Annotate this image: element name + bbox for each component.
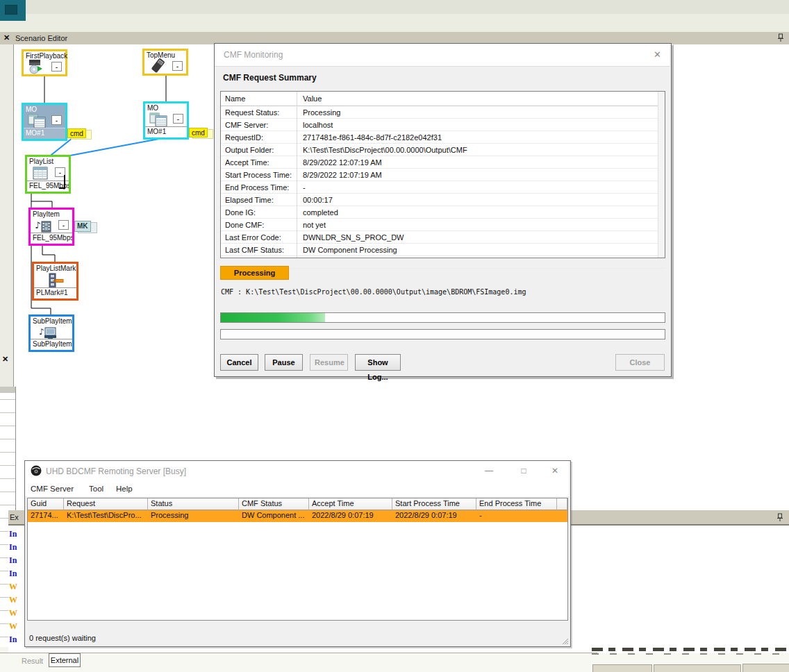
node-firstplayback[interactable]: FirstPlayback -	[22, 49, 67, 76]
table-row: CMF Server:localhost	[221, 119, 665, 131]
node-title: PlayList	[29, 158, 53, 165]
menu-bar: CMF Server Tool Help	[25, 481, 569, 496]
progress-fill	[221, 313, 325, 322]
status-badge: Processing	[220, 266, 289, 280]
column-header[interactable]: Status	[148, 498, 239, 510]
remoting-server-window: UHD BDCMF Remoting Server [Busy] — □ ✕ C…	[24, 460, 571, 647]
cancel-button[interactable]: Cancel	[220, 354, 258, 371]
pin-icon[interactable]	[776, 513, 783, 522]
table-row: Output Folder:K:\Test\Test\DiscProject\0…	[221, 144, 665, 156]
clipped-text-artifact	[592, 648, 789, 651]
table-row: Request Status:Processing	[221, 106, 665, 119]
log-line: In	[9, 555, 17, 566]
column-header[interactable]: Start Process Time	[392, 498, 476, 510]
menu-help[interactable]: Help	[116, 485, 133, 493]
dialog-title: CMF Monitoring	[224, 50, 283, 60]
cell-status: Processing	[148, 510, 239, 522]
cmf-monitoring-dialog: CMF Monitoring ✕ CMF Request Summary Nam…	[214, 43, 672, 377]
node-corner-handle	[64, 175, 65, 189]
column-header[interactable]: Accept Time	[309, 498, 392, 510]
tab-external[interactable]: External	[49, 653, 81, 667]
maximize-button[interactable]: □	[518, 466, 529, 476]
table-row: RequestID:2717481e-f861-484c-8d7f-c2182e…	[221, 131, 665, 144]
table-row: End Process Time:-	[221, 181, 665, 194]
row-name: Output Folder:	[221, 146, 297, 154]
log-line: W	[9, 621, 17, 632]
cmd-tag[interactable]: cmd	[189, 128, 208, 137]
collapse-button[interactable]: -	[58, 220, 69, 230]
node-instance-name: MO#1	[24, 128, 65, 139]
row-name: Last CMF Status:	[221, 246, 297, 254]
collapsed-grid-header	[0, 387, 15, 393]
menu-cmf-server[interactable]: CMF Server	[31, 485, 74, 493]
log-line: In	[9, 635, 17, 645]
node-title: PlayItem	[33, 210, 60, 218]
request-summary-table: Name Value Request Status:Processing CMF…	[220, 91, 665, 258]
top-band-2	[0, 14, 789, 32]
row-name: Elapsed Time:	[221, 196, 297, 204]
pin-icon[interactable]	[777, 33, 784, 42]
collapse-button[interactable]: -	[172, 61, 183, 71]
show-log-button[interactable]: Show Log...	[355, 354, 401, 371]
row-value: completed	[297, 208, 338, 217]
progress-bar-total	[220, 329, 665, 339]
clipped-text-artifact	[592, 653, 789, 655]
resize-grip[interactable]	[562, 638, 569, 645]
close-button[interactable]: ✕	[549, 466, 560, 476]
cmd-tag[interactable]: cmd	[67, 128, 86, 138]
close-icon[interactable]: ✕	[3, 33, 10, 42]
row-value: DWNLDR_SN_S_PROC_DW	[297, 233, 404, 242]
node-topmenu[interactable]: TopMenu -	[142, 49, 188, 76]
close-button[interactable]: Close	[615, 354, 665, 371]
node-corner-handle	[59, 187, 65, 189]
window-fragment	[742, 664, 789, 672]
dialog-titlebar[interactable]: CMF Monitoring ✕	[215, 44, 670, 67]
scrollbar[interactable]	[658, 92, 665, 258]
row-name: RequestID:	[221, 133, 297, 142]
collapse-button[interactable]: -	[173, 114, 183, 124]
request-row-selected[interactable]: 27174... K:\Test\Test\DiscPro... Process…	[28, 510, 567, 522]
column-header[interactable]: Request	[64, 498, 148, 510]
table-row: Start Process Time:8/29/2022 12:07:19 AM	[221, 169, 665, 181]
window-title: UHD BDCMF Remoting Server [Busy]	[46, 467, 186, 476]
window-titlebar[interactable]: UHD BDCMF Remoting Server [Busy] — □ ✕	[25, 461, 569, 481]
menu-tool[interactable]: Tool	[89, 485, 103, 493]
log-line: In	[9, 529, 17, 539]
mk-tag[interactable]: MK	[74, 221, 91, 232]
progress-bar-current	[220, 312, 665, 323]
collapse-button[interactable]: -	[51, 62, 62, 72]
collapse-button[interactable]: -	[51, 115, 62, 125]
table-row: Done IG:completed	[221, 206, 665, 219]
panel-title: Ex	[10, 513, 19, 521]
row-value: localhost	[297, 121, 333, 129]
row-name: CMF Server:	[221, 121, 297, 129]
close-icon[interactable]: ✕	[2, 355, 8, 364]
minimize-button[interactable]: —	[483, 466, 495, 476]
cell-start-time: 2022/8/29 0:07:19	[392, 510, 476, 522]
node-instance-name: FEL_95Mbps...	[31, 233, 72, 244]
node-playitem[interactable]: PlayItem ♪ - FEL_95Mbps...	[28, 208, 74, 246]
cmf-output-path: CMF : K:\Test\Test\DiscProject\00.00.000…	[221, 288, 526, 296]
pause-button[interactable]: Pause	[265, 354, 303, 371]
app-thumbnail	[0, 0, 26, 21]
node-mo-left[interactable]: MO - MO#1	[22, 103, 67, 141]
close-icon[interactable]: ✕	[654, 49, 661, 60]
node-subplayitem[interactable]: SubPlayItem ♪ SubPlayItem...	[28, 314, 74, 352]
node-mo-right[interactable]: MO - MO#1	[143, 101, 189, 140]
tab-result[interactable]: Result	[22, 657, 43, 665]
column-header[interactable]: CMF Status	[239, 498, 309, 510]
row-value: not yet	[297, 221, 326, 229]
table-header-row: Name Value	[221, 92, 665, 106]
cell-accept-time: 2022/8/29 0:07:19	[309, 510, 392, 522]
request-list: Guid Request Status CMF Status Accept Ti…	[27, 498, 568, 621]
column-header[interactable]: End Process Time	[476, 498, 557, 510]
row-name: Done IG:	[221, 208, 297, 217]
row-name: Accept Time:	[221, 158, 297, 167]
node-title: MO	[147, 104, 158, 112]
resume-button[interactable]: Resume	[310, 354, 348, 371]
table-row: Done CMF:not yet	[221, 219, 665, 231]
node-playlistmark[interactable]: PlayListMark PLMark#1	[32, 262, 78, 301]
row-value: 8/29/2022 12:07:19 AM	[297, 171, 382, 179]
panel-title: Scenario Editor	[15, 34, 67, 42]
column-header[interactable]: Guid	[28, 498, 64, 510]
